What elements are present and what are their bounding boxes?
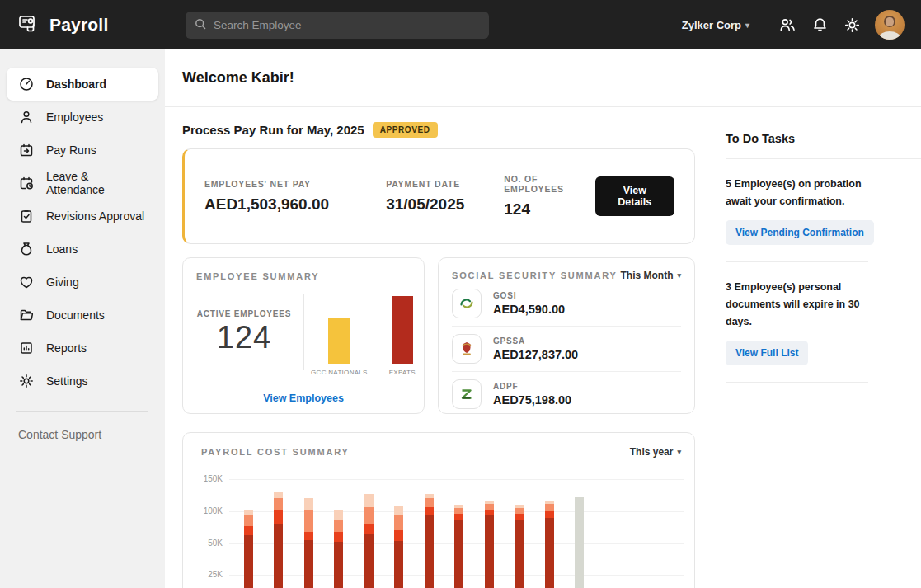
- sidebar-item-revisions-approval[interactable]: Revisions Approval: [7, 200, 158, 233]
- payroll-dashboard-page: Payroll Zylker Corp ▾: [0, 0, 921, 588]
- todo-task-documents-expiry: 3 Employee(s) personal documents will ex…: [726, 262, 921, 383]
- stacked-bar-segment: [545, 511, 554, 518]
- employee-search[interactable]: [186, 12, 489, 39]
- stacked-bar-segment: [545, 504, 554, 511]
- org-selector[interactable]: Zylker Corp ▾: [682, 19, 749, 31]
- search-input[interactable]: [214, 19, 481, 31]
- loans-icon: [18, 241, 35, 257]
- stacked-bar-segment: [304, 498, 313, 510]
- payroll-cost-card: PAYROLL COST SUMMARY This year ▾ 150K100…: [182, 432, 695, 588]
- stacked-bar-segment: [485, 501, 494, 504]
- contact-support-link[interactable]: Contact Support: [18, 428, 158, 441]
- settings-gear-icon[interactable]: [843, 16, 861, 34]
- stacked-bar-segment: [394, 530, 403, 540]
- gosi-logo-icon: [452, 289, 482, 318]
- main-column: Process Pay Run for May, 2025 APPROVED E…: [165, 107, 695, 588]
- social-security-card: SOCIAL SECURITY SUMMARY This Month ▾: [438, 257, 695, 414]
- y-axis-tick: 50K: [190, 539, 223, 548]
- topbar: Payroll Zylker Corp ▾: [0, 0, 921, 49]
- app-brand: Payroll: [16, 12, 186, 38]
- stacked-bar-segment: [545, 501, 554, 504]
- stat-label: ACTIVE EMPLOYEES: [191, 309, 297, 318]
- payroll-cost-chart: 150K100K50K25K: [183, 464, 694, 588]
- payroll-logo-icon: [16, 12, 40, 38]
- payment-date-stat: PAYMENT DATE 31/05/2025: [386, 179, 464, 214]
- notifications-bell-icon[interactable]: [811, 16, 829, 34]
- revisions-approval-icon: [18, 208, 35, 224]
- employees-icon: [18, 109, 35, 125]
- stat-label: PAYMENT DATE: [386, 179, 464, 189]
- sidebar-item-settings[interactable]: Settings: [7, 365, 158, 397]
- payrun-summary-card: EMPLOYEES' NET PAY AED1,503,960.00 PAYME…: [182, 148, 695, 244]
- active-employee-count: 124: [191, 320, 297, 355]
- chevron-down-icon: ▾: [677, 271, 681, 280]
- stacked-bar-segment: [364, 524, 374, 534]
- provider-amount: AED4,590.00: [493, 303, 565, 316]
- stacked-bar-segment: [575, 497, 584, 588]
- dropdown-value: This Month: [620, 270, 673, 281]
- net-pay-stat: EMPLOYEES' NET PAY AED1,503,960.00: [204, 179, 332, 214]
- period-dropdown-year[interactable]: This year ▾: [630, 446, 681, 458]
- period-dropdown-month[interactable]: This Month ▾: [620, 270, 681, 281]
- sidebar-item-label: Settings: [46, 374, 88, 388]
- stacked-bar-segment: [334, 532, 343, 542]
- provider-name: ADPF: [493, 382, 571, 391]
- stacked-bar-segment: [425, 507, 434, 515]
- sidebar-item-documents[interactable]: Documents: [7, 299, 158, 332]
- y-axis-tick: 100K: [190, 506, 223, 515]
- view-employees-link[interactable]: View Employees: [263, 393, 344, 404]
- view-full-list-button[interactable]: View Full List: [726, 341, 808, 365]
- sidebar-item-label: Documents: [46, 308, 105, 322]
- active-employees-stat: ACTIVE EMPLOYEES 124: [191, 309, 297, 355]
- task-text: 5 Employee(s) on probation await your co…: [726, 176, 882, 209]
- sidebar-item-reports[interactable]: Reports: [7, 332, 158, 365]
- stacked-bar-segment: [274, 524, 283, 588]
- employee-summary-card: EMPLOYEE SUMMARY ACTIVE EMPLOYEES 124 GC…: [182, 257, 425, 414]
- status-badge: APPROVED: [373, 122, 438, 138]
- stacked-bar-segment: [454, 514, 463, 520]
- org-name: Zylker Corp: [682, 19, 741, 31]
- view-pending-confirmation-button[interactable]: View Pending Confirmation: [726, 220, 874, 245]
- settings-gear-icon: [18, 373, 35, 389]
- stacked-bar-segment: [274, 510, 283, 524]
- sidebar-item-giving[interactable]: Giving: [7, 266, 158, 299]
- card-title: PAYROLL COST SUMMARY: [201, 447, 350, 457]
- user-avatar[interactable]: [875, 10, 905, 40]
- sidebar-item-label: Leave & Attendance: [46, 170, 147, 196]
- stacked-bar-segment: [454, 508, 463, 514]
- todo-task-probation: 5 Employee(s) on probation await your co…: [726, 159, 921, 262]
- stacked-bar-segment: [304, 540, 313, 588]
- stat-label: EMPLOYEES' NET PAY: [204, 179, 332, 189]
- view-details-button[interactable]: View Details: [595, 176, 674, 216]
- topbar-right-cluster: Zylker Corp ▾: [682, 10, 905, 40]
- sidebar-item-label: Employees: [46, 111, 103, 124]
- vertical-divider: [303, 294, 304, 370]
- stacked-bar-segment: [515, 520, 524, 588]
- bar: [328, 318, 350, 364]
- divider: [726, 382, 868, 383]
- sidebar-item-loans[interactable]: Loans: [7, 233, 158, 266]
- stat-label: NO. OF EMPLOYEES: [504, 174, 594, 194]
- sidebar-item-dashboard[interactable]: Dashboard: [7, 68, 158, 101]
- gpssa-logo-icon: [452, 334, 482, 364]
- stacked-bar-segment: [274, 498, 283, 510]
- sidebar-item-leave-attendance[interactable]: Leave & Attendance: [7, 167, 158, 200]
- sidebar-item-label: Revisions Approval: [46, 209, 144, 223]
- y-axis-tick: 150K: [190, 474, 223, 483]
- stacked-bar-segment: [485, 504, 494, 510]
- bar-label: EXPATS: [389, 369, 416, 376]
- users-icon[interactable]: [778, 16, 796, 34]
- stat-value: AED1,503,960.00: [204, 195, 332, 214]
- stacked-bar-segment: [545, 518, 554, 588]
- reports-chart-icon: [18, 340, 35, 356]
- dashboard-icon: [18, 76, 35, 92]
- sidebar-item-pay-runs[interactable]: Pay Runs: [7, 134, 158, 167]
- stacked-bar-segment: [244, 526, 253, 535]
- stacked-bar-segment: [244, 510, 253, 515]
- page-title: Welcome Kabir!: [182, 69, 294, 87]
- provider-amount: AED75,198.00: [493, 393, 571, 407]
- employee-count-stat: NO. OF EMPLOYEES 124: [504, 174, 594, 219]
- sidebar-item-employees[interactable]: Employees: [7, 101, 158, 134]
- sidebar-item-label: Reports: [46, 341, 87, 355]
- sidebar-item-label: Dashboard: [46, 78, 106, 91]
